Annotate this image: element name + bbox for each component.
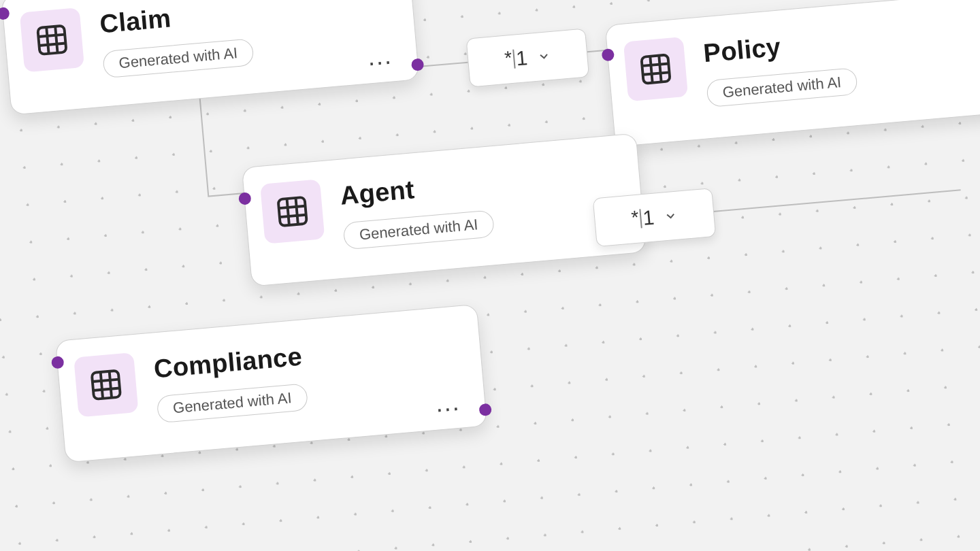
svg-line-21	[93, 388, 120, 390]
svg-rect-4	[37, 26, 66, 54]
svg-line-12	[650, 56, 652, 83]
svg-line-7	[46, 27, 48, 54]
svg-rect-19	[92, 371, 120, 399]
svg-line-20	[93, 380, 119, 382]
table-icon	[20, 7, 84, 72]
card-title: Claim	[99, 0, 251, 39]
table-icon	[260, 179, 325, 244]
card-title: Compliance	[152, 341, 305, 384]
table-icon	[74, 352, 138, 417]
svg-line-6	[39, 44, 66, 46]
ai-badge: Generated with AI	[102, 38, 255, 78]
svg-line-23	[110, 371, 112, 398]
more-menu-button[interactable]: ···	[368, 61, 393, 63]
cardinality-label: * 1	[504, 46, 528, 71]
svg-line-5	[38, 35, 65, 37]
more-menu-button[interactable]: ···	[436, 407, 461, 410]
svg-line-16	[280, 215, 306, 217]
relationship-selector[interactable]: * 1	[466, 28, 590, 87]
svg-line-18	[295, 198, 297, 224]
cardinality-label: * 1	[630, 206, 655, 231]
svg-rect-9	[641, 54, 670, 83]
svg-line-22	[101, 372, 103, 399]
chevron-down-icon	[536, 49, 551, 64]
svg-line-15	[279, 206, 306, 208]
ai-badge: Generated with AI	[157, 383, 309, 423]
chevron-down-icon	[663, 209, 678, 224]
ai-badge: Generated with AI	[342, 210, 495, 250]
ai-badge: Generated with AI	[706, 67, 858, 107]
svg-line-17	[287, 199, 289, 225]
svg-line-11	[643, 72, 670, 74]
svg-line-10	[642, 63, 668, 65]
svg-rect-14	[278, 197, 307, 226]
svg-line-13	[659, 56, 661, 82]
svg-line-3	[683, 190, 960, 214]
card-title: Policy	[702, 26, 855, 68]
relationship-selector[interactable]: * 1	[593, 188, 717, 247]
svg-line-8	[55, 27, 57, 53]
card-title: Agent	[339, 169, 491, 211]
table-icon	[623, 37, 688, 101]
